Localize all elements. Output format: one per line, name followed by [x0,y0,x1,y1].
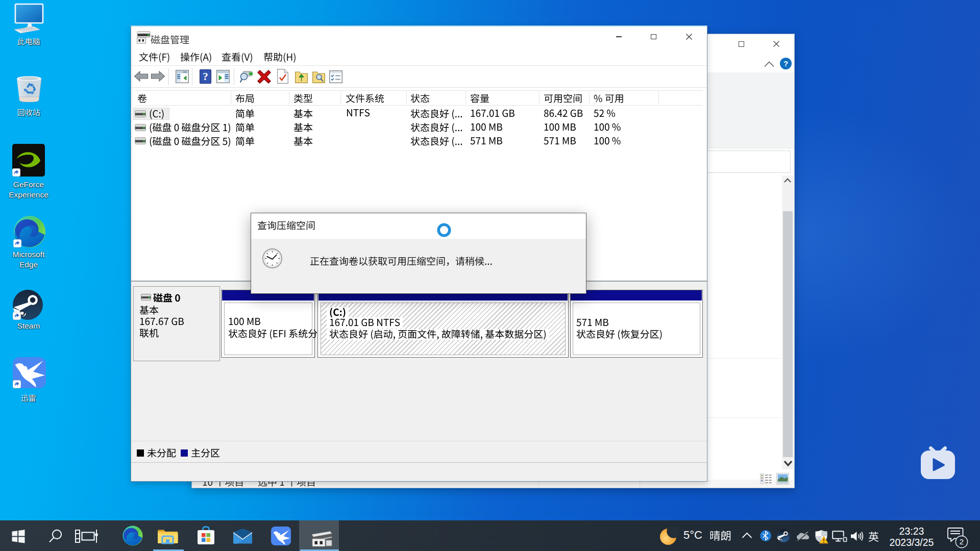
svg-text:?: ? [203,70,208,83]
svg-text:2: 2 [960,537,964,546]
svg-text:?: ? [783,59,788,68]
